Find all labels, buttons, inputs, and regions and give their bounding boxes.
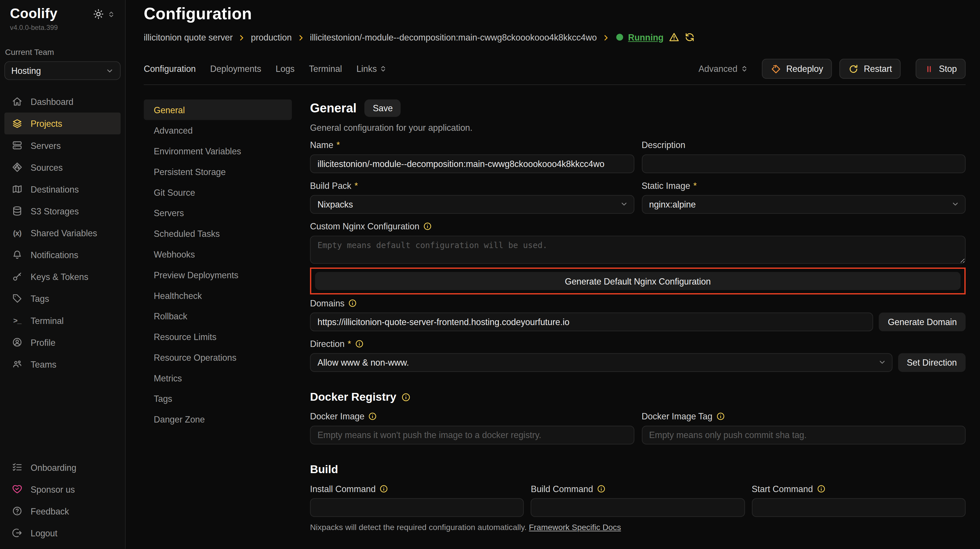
set-direction-button[interactable]: Set Direction	[898, 353, 966, 372]
theme-toggle[interactable]	[93, 9, 115, 19]
heart-icon	[12, 484, 22, 494]
publish-directory-label: Publish Directory*	[641, 548, 966, 549]
layers-icon	[12, 118, 22, 129]
static-image-select[interactable]	[641, 195, 966, 214]
sidebar-item-label: S3 Storages	[31, 206, 79, 216]
sidebar-item-feedback[interactable]: Feedback	[4, 500, 121, 522]
chevron-up-down-icon	[741, 65, 748, 72]
subnav-item-rollback[interactable]: Rollback	[144, 306, 292, 326]
sidebar-item-sponsor-us[interactable]: Sponsor us	[4, 478, 121, 500]
subnav-item-resource-limits[interactable]: Resource Limits	[144, 326, 292, 347]
custom-nginx-textarea[interactable]	[310, 236, 966, 264]
chevron-right-icon	[602, 33, 610, 41]
docker-image-input[interactable]	[310, 426, 634, 444]
description-input[interactable]	[641, 154, 966, 173]
tab-terminal[interactable]: Terminal	[309, 64, 342, 74]
build-command-input[interactable]	[531, 498, 745, 517]
direction-select[interactable]	[310, 353, 892, 372]
tab-links[interactable]: Links	[356, 64, 387, 74]
restart-label: Restart	[864, 64, 892, 74]
info-icon[interactable]	[817, 484, 826, 493]
info-icon[interactable]	[597, 484, 606, 493]
tab-deployments[interactable]: Deployments	[210, 64, 261, 74]
domains-input[interactable]	[310, 312, 873, 331]
stop-button[interactable]: Stop	[916, 59, 966, 79]
app-logo: Coolify	[10, 6, 58, 22]
sidebar-item-label: Projects	[31, 118, 62, 129]
base-directory-label: Base Directory	[310, 548, 634, 549]
subnav-item-persistent-storage[interactable]: Persistent Storage	[144, 161, 292, 182]
refresh-icon[interactable]	[684, 32, 695, 43]
sidebar-item-dashboard[interactable]: Dashboard	[4, 91, 121, 112]
info-icon[interactable]	[379, 484, 388, 493]
subnav-item-webhooks[interactable]: Webhooks	[144, 244, 292, 264]
nixpacks-note: Nixpacks will detect the required config…	[310, 522, 966, 532]
sidebar-item-label: Sponsor us	[31, 484, 75, 494]
generate-domain-button[interactable]: Generate Domain	[879, 312, 966, 331]
info-icon[interactable]	[368, 412, 377, 420]
domains-label: Domains	[310, 298, 966, 308]
status-badge[interactable]: Running	[628, 32, 663, 42]
info-icon[interactable]	[423, 222, 432, 231]
sidebar-item-shared-variables[interactable]: (x)Shared Variables	[4, 222, 121, 244]
sidebar-item-teams[interactable]: Teams	[4, 353, 121, 375]
subnav-item-healthcheck[interactable]: Healthcheck	[144, 285, 292, 306]
sidebar-nav: DashboardProjectsServersSourcesDestinati…	[4, 91, 121, 375]
subnav-item-preview-deployments[interactable]: Preview Deployments	[144, 264, 292, 285]
sidebar-item-onboarding[interactable]: Onboarding	[4, 457, 121, 478]
breadcrumb-segment[interactable]: illicitestonion/-module--decomposition:m…	[310, 32, 597, 42]
sidebar-footer-nav: OnboardingSponsor usFeedbackLogout	[4, 457, 121, 544]
subnav-item-scheduled-tasks[interactable]: Scheduled Tasks	[144, 223, 292, 244]
description-label: Description	[641, 140, 966, 150]
tab-logs[interactable]: Logs	[275, 64, 294, 74]
advanced-dropdown[interactable]: Advanced	[698, 64, 748, 74]
sidebar-item-profile[interactable]: Profile	[4, 331, 121, 353]
sidebar-item-label: Dashboard	[31, 97, 73, 107]
sidebar-item-label: Onboarding	[31, 462, 76, 472]
subnav-item-resource-operations[interactable]: Resource Operations	[144, 347, 292, 368]
sidebar-item-tags[interactable]: Tags	[4, 287, 121, 309]
subnav-item-git-source[interactable]: Git Source	[144, 182, 292, 203]
sidebar-item-projects[interactable]: Projects	[4, 112, 121, 134]
info-icon[interactable]	[401, 393, 411, 402]
save-button[interactable]: Save	[365, 99, 401, 117]
advanced-label: Advanced	[698, 64, 737, 74]
subnav-item-environment-variables[interactable]: Environment Variables	[144, 140, 292, 161]
sidebar-item-destinations[interactable]: Destinations	[4, 178, 121, 200]
app-version: v4.0.0-beta.399	[10, 24, 58, 31]
warning-icon[interactable]	[668, 32, 679, 43]
home-icon	[12, 96, 22, 107]
sidebar-item-notifications[interactable]: Notifications	[4, 244, 121, 266]
restart-button[interactable]: Restart	[840, 59, 901, 79]
framework-docs-link[interactable]: Framework Specific Docs	[529, 522, 621, 532]
generate-default-nginx-button[interactable]: Generate Default Nginx Configuration	[315, 272, 961, 290]
install-command-input[interactable]	[310, 498, 524, 517]
sun-icon	[93, 9, 104, 19]
start-command-label: Start Command	[751, 484, 966, 494]
team-select[interactable]: Hosting	[4, 61, 121, 80]
name-input[interactable]	[310, 154, 634, 173]
sidebar-item-terminal[interactable]: >_Terminal	[4, 309, 121, 331]
sidebar-item-keys-tokens[interactable]: Keys & Tokens	[4, 266, 121, 287]
subnav-item-general[interactable]: General	[144, 99, 292, 120]
build-pack-select[interactable]	[310, 195, 634, 214]
breadcrumb-segment[interactable]: production	[251, 32, 292, 42]
start-command-input[interactable]	[751, 498, 966, 517]
sidebar-item-logout[interactable]: Logout	[4, 522, 121, 544]
build-command-label: Build Command	[531, 484, 745, 494]
breadcrumb-segment[interactable]: illicitonion quote server	[144, 32, 233, 42]
redeploy-button[interactable]: Redeploy	[762, 59, 832, 79]
tab-configuration[interactable]: Configuration	[144, 64, 196, 74]
subnav-item-tags[interactable]: Tags	[144, 388, 292, 409]
subnav-item-servers[interactable]: Servers	[144, 203, 292, 223]
subnav-item-danger-zone[interactable]: Danger Zone	[144, 409, 292, 430]
sidebar-item-s3-storages[interactable]: S3 Storages	[4, 200, 121, 222]
sidebar-item-servers[interactable]: Servers	[4, 135, 121, 156]
info-icon[interactable]	[348, 299, 357, 307]
docker-image-tag-input[interactable]	[641, 426, 966, 444]
sidebar-item-sources[interactable]: Sources	[4, 156, 121, 178]
info-icon[interactable]	[355, 339, 364, 348]
info-icon[interactable]	[716, 412, 725, 420]
subnav-item-metrics[interactable]: Metrics	[144, 368, 292, 388]
subnav-item-advanced[interactable]: Advanced	[144, 120, 292, 141]
